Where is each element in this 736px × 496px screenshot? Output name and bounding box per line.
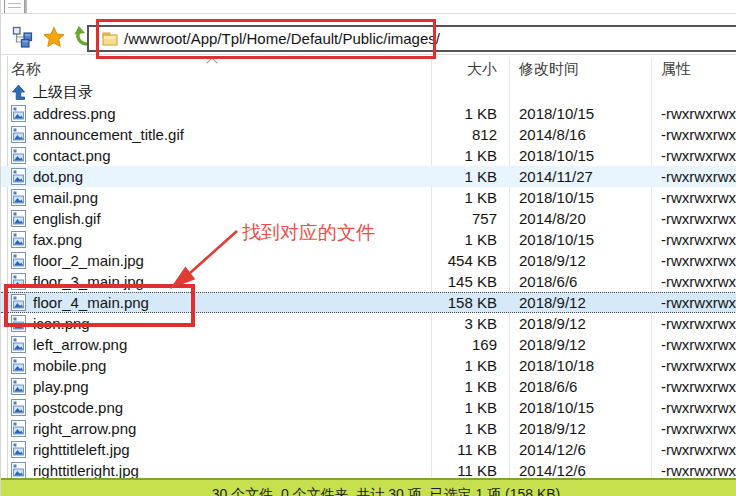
file-modified: 2018/10/15 <box>509 399 651 416</box>
file-row[interactable]: contact.png1 KB2018/10/15-rwxrwxrwx <box>1 145 736 166</box>
file-name: icon.png <box>33 315 90 332</box>
column-header-size[interactable]: 大小 <box>431 60 509 79</box>
file-attributes: -rwxrwxrwx <box>651 168 736 185</box>
file-attributes: -rwxrwxrwx <box>651 252 736 269</box>
image-file-icon <box>11 231 26 248</box>
file-name: left_arrow.png <box>33 336 127 353</box>
file-row[interactable]: announcement_title.gif8122014/8/16-rwxrw… <box>1 124 736 145</box>
image-file-icon <box>11 294 26 311</box>
file-modified: 2018/10/18 <box>509 357 651 374</box>
file-name-cell: email.png <box>1 189 431 206</box>
image-file-icon <box>11 273 26 290</box>
file-size: 158 KB <box>431 294 509 311</box>
file-size: 812 <box>431 126 509 143</box>
file-modified: 2018/10/15 <box>509 147 651 164</box>
file-name: righttitleright.jpg <box>33 462 139 478</box>
file-row[interactable]: dot.png1 KB2014/11/27-rwxrwxrwx <box>1 166 736 187</box>
file-row[interactable]: righttitleright.jpg11 KB2014/12/6-rwxrwx… <box>1 460 736 478</box>
file-row[interactable]: postcode.png1 KB2018/10/15-rwxrwxrwx <box>1 397 736 418</box>
file-row[interactable]: email.png1 KB2018/10/15-rwxrwxrwx <box>1 187 736 208</box>
parent-directory-row[interactable]: 上级目录 <box>1 82 736 103</box>
file-size: 1 KB <box>431 147 509 164</box>
file-name-cell: floor_2_main.jpg <box>1 252 431 269</box>
file-name: fax.png <box>33 231 82 248</box>
file-name-cell: righttitleright.jpg <box>1 462 431 478</box>
up-directory-icon <box>11 84 26 101</box>
file-row[interactable]: righttitleleft.jpg11 KB2014/12/6-rwxrwxr… <box>1 439 736 460</box>
file-name-cell: icon.png <box>1 315 431 332</box>
column-header-modified[interactable]: 修改时间 <box>509 60 651 79</box>
file-name-cell: postcode.png <box>1 399 431 416</box>
file-attributes: -rwxrwxrwx <box>651 399 736 416</box>
file-name: floor_3_main.jpg <box>33 273 144 290</box>
file-name-cell: contact.png <box>1 147 431 164</box>
file-size: 1 KB <box>431 168 509 185</box>
file-row[interactable]: floor_3_main.jpg145 KB2018/6/6-rwxrwxrwx <box>1 271 736 292</box>
address-path[interactable]: /wwwroot/App/Tpl/Home/Default/Public/ima… <box>124 30 440 47</box>
file-size: 1 KB <box>431 399 509 416</box>
file-name-cell: floor_4_main.png <box>1 294 431 311</box>
file-modified: 2018/9/12 <box>509 336 651 353</box>
status-bar: 30 个文件, 0 个文件夹, 共计 30 项, 已选定 1 项 (158 KB… <box>1 478 736 496</box>
file-row[interactable]: left_arrow.png1692018/9/12-rwxrwxrwx <box>1 334 736 355</box>
image-file-icon <box>11 420 26 437</box>
file-attributes: -rwxrwxrwx <box>651 441 736 458</box>
file-name-cell: play.png <box>1 378 431 395</box>
image-file-icon <box>11 252 26 269</box>
address-bar[interactable]: /wwwroot/App/Tpl/Home/Default/Public/ima… <box>87 25 736 52</box>
file-row[interactable]: right_arrow.png1 KB2018/9/12-rwxrwxrwx <box>1 418 736 439</box>
file-modified: 2018/6/6 <box>509 273 651 290</box>
notes-page-icon <box>4 0 25 14</box>
file-row[interactable]: floor_4_main.png158 KB2018/9/12-rwxrwxrw… <box>1 292 736 313</box>
file-size: 757 <box>431 210 509 227</box>
file-modified: 2018/6/6 <box>509 378 651 395</box>
file-modified: 2018/9/12 <box>509 252 651 269</box>
image-file-icon <box>11 441 26 458</box>
toolbar: /wwwroot/App/Tpl/Home/Default/Public/ima… <box>1 14 736 55</box>
file-attributes: -rwxrwxrwx <box>651 189 736 206</box>
file-attributes: -rwxrwxrwx <box>651 210 736 227</box>
folder-icon <box>102 32 118 46</box>
file-size: 145 KB <box>431 273 509 290</box>
image-file-icon <box>11 126 26 143</box>
file-modified: 2014/12/6 <box>509 462 651 478</box>
file-name: dot.png <box>33 168 83 185</box>
file-attributes: -rwxrwxrwx <box>651 147 736 164</box>
file-name-cell: floor_3_main.jpg <box>1 273 431 290</box>
image-file-icon <box>11 378 26 395</box>
file-size: 454 KB <box>431 252 509 269</box>
file-attributes: -rwxrwxrwx <box>651 420 736 437</box>
file-attributes: -rwxrwxrwx <box>651 357 736 374</box>
file-size: 1 KB <box>431 357 509 374</box>
image-file-icon <box>11 168 26 185</box>
file-list: 上级目录 address.png1 KB2018/10/15-rwxrwxrwx… <box>1 82 736 478</box>
file-size: 3 KB <box>431 315 509 332</box>
file-row[interactable]: icon.png3 KB2018/9/12-rwxrwxrwx <box>1 313 736 334</box>
file-name: address.png <box>33 105 116 122</box>
file-name-cell: mobile.png <box>1 357 431 374</box>
column-header-name[interactable]: 名称 <box>1 60 431 79</box>
column-header-attributes[interactable]: 属性 <box>651 60 736 79</box>
file-attributes: -rwxrwxrwx <box>651 126 736 143</box>
image-file-icon <box>11 189 26 206</box>
file-attributes: -rwxrwxrwx <box>651 462 736 478</box>
favorites-star-icon[interactable] <box>43 26 65 48</box>
file-modified: 2018/10/15 <box>509 105 651 122</box>
file-row[interactable]: address.png1 KB2018/10/15-rwxrwxrwx <box>1 103 736 124</box>
image-file-icon <box>11 105 26 122</box>
column-header-row: 名称 大小 修改时间 属性 <box>1 58 736 80</box>
file-modified: 2014/12/6 <box>509 441 651 458</box>
file-row[interactable]: play.png1 KB2018/6/6-rwxrwxrwx <box>1 376 736 397</box>
status-text: 30 个文件, 0 个文件夹, 共计 30 项, 已选定 1 项 (158 KB… <box>212 486 561 496</box>
image-file-icon <box>11 315 26 332</box>
file-row[interactable]: mobile.png1 KB2018/10/18-rwxrwxrwx <box>1 355 736 376</box>
file-modified: 2014/11/27 <box>509 168 651 185</box>
file-size: 11 KB <box>431 441 509 458</box>
file-name: floor_2_main.jpg <box>33 252 144 269</box>
file-name: play.png <box>33 378 89 395</box>
file-size: 1 KB <box>431 378 509 395</box>
tree-view-icon[interactable] <box>12 26 34 48</box>
file-row[interactable]: floor_2_main.jpg454 KB2018/9/12-rwxrwxrw… <box>1 250 736 271</box>
file-size: 1 KB <box>431 420 509 437</box>
file-size: 1 KB <box>431 231 509 248</box>
